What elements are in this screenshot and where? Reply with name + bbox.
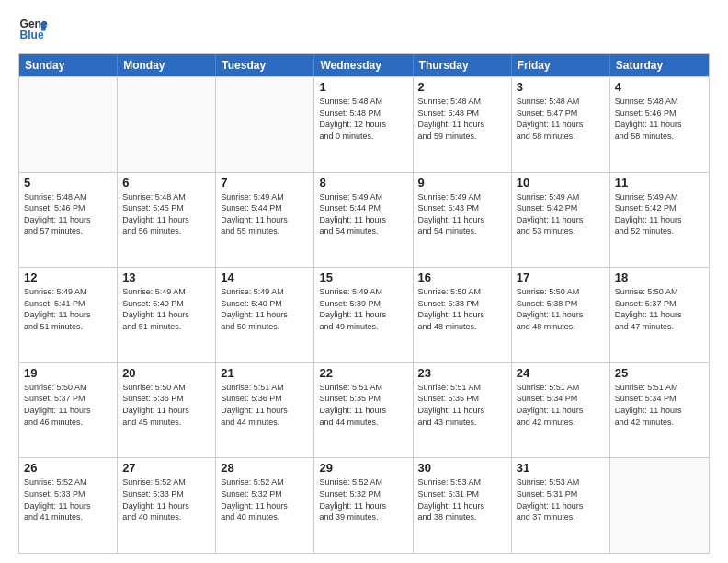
header-cell-wednesday: Wednesday (314, 54, 413, 76)
calendar-cell: 16Sunrise: 5:50 AM Sunset: 5:38 PM Dayli… (414, 268, 512, 362)
calendar-cell: 19Sunrise: 5:50 AM Sunset: 5:37 PM Dayli… (19, 363, 118, 458)
cell-info: Sunrise: 5:49 AM Sunset: 5:42 PM Dayligh… (517, 191, 605, 237)
day-number: 13 (122, 270, 210, 284)
calendar-cell: 22Sunrise: 5:51 AM Sunset: 5:35 PM Dayli… (314, 363, 413, 458)
day-number: 17 (517, 270, 605, 284)
day-number: 24 (517, 366, 605, 380)
calendar-row-2: 12Sunrise: 5:49 AM Sunset: 5:41 PM Dayli… (19, 267, 709, 362)
calendar-row-0: 1Sunrise: 5:48 AM Sunset: 5:48 PM Daylig… (19, 76, 709, 172)
calendar-cell: 10Sunrise: 5:49 AM Sunset: 5:42 PM Dayli… (512, 173, 610, 268)
day-number: 18 (615, 270, 704, 284)
calendar-cell: 12Sunrise: 5:49 AM Sunset: 5:41 PM Dayli… (19, 268, 118, 362)
header-cell-friday: Friday (512, 54, 610, 76)
cell-info: Sunrise: 5:50 AM Sunset: 5:38 PM Dayligh… (517, 286, 605, 332)
day-number: 31 (517, 461, 605, 475)
cell-info: Sunrise: 5:48 AM Sunset: 5:47 PM Dayligh… (517, 96, 605, 142)
logo-icon: General Blue (18, 15, 48, 44)
calendar-cell: 31Sunrise: 5:53 AM Sunset: 5:31 PM Dayli… (512, 458, 610, 553)
day-number: 11 (615, 176, 704, 190)
day-number: 15 (319, 270, 407, 284)
day-number: 28 (221, 461, 309, 475)
day-number: 16 (418, 270, 506, 284)
header-cell-saturday: Saturday (610, 54, 709, 76)
calendar-body: 1Sunrise: 5:48 AM Sunset: 5:48 PM Daylig… (19, 76, 709, 553)
cell-info: Sunrise: 5:48 AM Sunset: 5:46 PM Dayligh… (615, 96, 704, 142)
day-number: 4 (615, 80, 704, 94)
calendar-cell: 3Sunrise: 5:48 AM Sunset: 5:47 PM Daylig… (512, 77, 610, 172)
calendar-cell: 18Sunrise: 5:50 AM Sunset: 5:37 PM Dayli… (610, 268, 709, 362)
cell-info: Sunrise: 5:52 AM Sunset: 5:33 PM Dayligh… (122, 477, 210, 523)
cell-info: Sunrise: 5:48 AM Sunset: 5:46 PM Dayligh… (24, 191, 112, 237)
calendar-cell: 2Sunrise: 5:48 AM Sunset: 5:48 PM Daylig… (414, 77, 512, 172)
calendar-header: SundayMondayTuesdayWednesdayThursdayFrid… (19, 54, 709, 76)
calendar-cell (19, 77, 118, 172)
cell-info: Sunrise: 5:50 AM Sunset: 5:37 PM Dayligh… (615, 286, 704, 332)
day-number: 23 (418, 366, 506, 380)
calendar: SundayMondayTuesdayWednesdayThursdayFrid… (18, 53, 710, 554)
calendar-cell: 7Sunrise: 5:49 AM Sunset: 5:44 PM Daylig… (216, 173, 314, 268)
cell-info: Sunrise: 5:49 AM Sunset: 5:40 PM Dayligh… (122, 286, 210, 332)
cell-info: Sunrise: 5:49 AM Sunset: 5:44 PM Dayligh… (221, 191, 309, 237)
day-number: 12 (24, 270, 112, 284)
calendar-cell: 17Sunrise: 5:50 AM Sunset: 5:38 PM Dayli… (512, 268, 610, 362)
logo: General Blue (18, 15, 48, 44)
calendar-cell: 9Sunrise: 5:49 AM Sunset: 5:43 PM Daylig… (414, 173, 512, 268)
calendar-cell: 25Sunrise: 5:51 AM Sunset: 5:34 PM Dayli… (610, 363, 709, 458)
cell-info: Sunrise: 5:50 AM Sunset: 5:36 PM Dayligh… (122, 382, 210, 428)
day-number: 7 (221, 176, 309, 190)
calendar-cell: 11Sunrise: 5:49 AM Sunset: 5:42 PM Dayli… (610, 173, 709, 268)
cell-info: Sunrise: 5:48 AM Sunset: 5:48 PM Dayligh… (418, 96, 506, 142)
calendar-cell: 21Sunrise: 5:51 AM Sunset: 5:36 PM Dayli… (216, 363, 314, 458)
day-number: 3 (517, 80, 605, 94)
day-number: 20 (122, 366, 210, 380)
day-number: 2 (418, 80, 506, 94)
day-number: 25 (615, 366, 704, 380)
calendar-cell: 30Sunrise: 5:53 AM Sunset: 5:31 PM Dayli… (414, 458, 512, 553)
calendar-cell (216, 77, 314, 172)
calendar-cell: 6Sunrise: 5:48 AM Sunset: 5:45 PM Daylig… (118, 173, 216, 268)
day-number: 29 (319, 461, 407, 475)
cell-info: Sunrise: 5:51 AM Sunset: 5:36 PM Dayligh… (221, 382, 309, 428)
calendar-cell: 29Sunrise: 5:52 AM Sunset: 5:32 PM Dayli… (314, 458, 413, 553)
cell-info: Sunrise: 5:50 AM Sunset: 5:37 PM Dayligh… (24, 382, 112, 428)
cell-info: Sunrise: 5:49 AM Sunset: 5:40 PM Dayligh… (221, 286, 309, 332)
cell-info: Sunrise: 5:49 AM Sunset: 5:43 PM Dayligh… (418, 191, 506, 237)
day-number: 5 (24, 176, 112, 190)
cell-info: Sunrise: 5:50 AM Sunset: 5:38 PM Dayligh… (418, 286, 506, 332)
day-number: 27 (122, 461, 210, 475)
day-number: 19 (24, 366, 112, 380)
calendar-cell: 20Sunrise: 5:50 AM Sunset: 5:36 PM Dayli… (118, 363, 216, 458)
cell-info: Sunrise: 5:52 AM Sunset: 5:32 PM Dayligh… (319, 477, 407, 523)
day-number: 22 (319, 366, 407, 380)
calendar-cell: 14Sunrise: 5:49 AM Sunset: 5:40 PM Dayli… (216, 268, 314, 362)
day-number: 30 (418, 461, 506, 475)
cell-info: Sunrise: 5:53 AM Sunset: 5:31 PM Dayligh… (517, 477, 605, 523)
cell-info: Sunrise: 5:48 AM Sunset: 5:45 PM Dayligh… (122, 191, 210, 237)
cell-info: Sunrise: 5:51 AM Sunset: 5:35 PM Dayligh… (418, 382, 506, 428)
cell-info: Sunrise: 5:53 AM Sunset: 5:31 PM Dayligh… (418, 477, 506, 523)
calendar-cell: 26Sunrise: 5:52 AM Sunset: 5:33 PM Dayli… (19, 458, 118, 553)
calendar-cell: 27Sunrise: 5:52 AM Sunset: 5:33 PM Dayli… (118, 458, 216, 553)
cell-info: Sunrise: 5:49 AM Sunset: 5:39 PM Dayligh… (319, 286, 407, 332)
calendar-cell: 28Sunrise: 5:52 AM Sunset: 5:32 PM Dayli… (216, 458, 314, 553)
calendar-cell: 5Sunrise: 5:48 AM Sunset: 5:46 PM Daylig… (19, 173, 118, 268)
cell-info: Sunrise: 5:51 AM Sunset: 5:34 PM Dayligh… (517, 382, 605, 428)
calendar-cell: 8Sunrise: 5:49 AM Sunset: 5:44 PM Daylig… (314, 173, 413, 268)
calendar-row-3: 19Sunrise: 5:50 AM Sunset: 5:37 PM Dayli… (19, 362, 709, 458)
cell-info: Sunrise: 5:52 AM Sunset: 5:33 PM Dayligh… (24, 477, 112, 523)
cell-info: Sunrise: 5:48 AM Sunset: 5:48 PM Dayligh… (319, 96, 407, 142)
calendar-row-1: 5Sunrise: 5:48 AM Sunset: 5:46 PM Daylig… (19, 172, 709, 268)
day-number: 26 (24, 461, 112, 475)
calendar-cell: 15Sunrise: 5:49 AM Sunset: 5:39 PM Dayli… (314, 268, 413, 362)
header-cell-tuesday: Tuesday (216, 54, 314, 76)
cell-info: Sunrise: 5:49 AM Sunset: 5:41 PM Dayligh… (24, 286, 112, 332)
day-number: 6 (122, 176, 210, 190)
calendar-row-4: 26Sunrise: 5:52 AM Sunset: 5:33 PM Dayli… (19, 457, 709, 553)
svg-text:Blue: Blue (20, 29, 44, 41)
calendar-cell (118, 77, 216, 172)
cell-info: Sunrise: 5:52 AM Sunset: 5:32 PM Dayligh… (221, 477, 309, 523)
cell-info: Sunrise: 5:49 AM Sunset: 5:42 PM Dayligh… (615, 191, 704, 237)
day-number: 8 (319, 176, 407, 190)
day-number: 1 (319, 80, 407, 94)
page: General Blue SundayMondayTuesdayWednesda… (0, 0, 728, 563)
